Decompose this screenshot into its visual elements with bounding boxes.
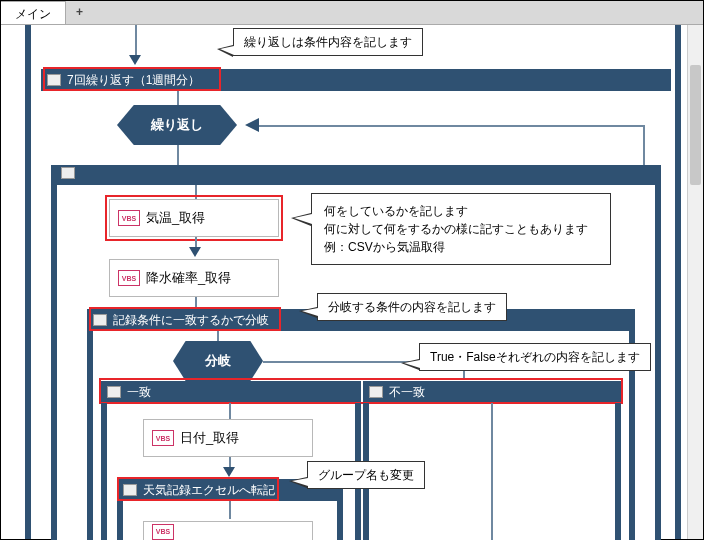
node-date[interactable]: VBS 日付_取得 xyxy=(143,419,313,457)
callout-pointer-fill xyxy=(404,360,420,368)
flow-arrow xyxy=(195,297,197,309)
group-rail-left xyxy=(117,501,123,540)
branch-diamond-label: 分岐 xyxy=(205,352,231,370)
callout-text: グループ名も変更 xyxy=(318,468,414,482)
flow-arrow xyxy=(491,403,493,540)
loop-header-label: 7回繰り返す（1週間分） xyxy=(67,72,200,89)
flow-arrow xyxy=(229,501,231,519)
callout-pointer-fill xyxy=(302,308,318,316)
callout-pointer-fill xyxy=(292,478,308,486)
callout-pointer-fill xyxy=(294,214,312,224)
branch-rail-left xyxy=(87,331,93,540)
flow-arrow xyxy=(177,145,179,165)
flow-arrow xyxy=(135,25,137,59)
loop-diamond-label: 繰り返し xyxy=(151,116,203,134)
callout-branch-condition: 分岐する条件の内容を記します xyxy=(317,293,507,321)
tab-main[interactable]: メイン xyxy=(1,1,66,24)
node-chip-icon xyxy=(93,314,107,326)
callout-text: True・Falseそれぞれの内容を記します xyxy=(430,350,640,364)
callout-line: 例：CSVから気温取得 xyxy=(324,238,598,256)
node-chip-icon xyxy=(123,484,137,496)
branch-false-label: 不一致 xyxy=(389,384,425,401)
flow-arrow xyxy=(229,403,231,419)
node-chip-icon xyxy=(369,386,383,398)
group-transfer-label: 天気記録エクセルへ転記 xyxy=(143,482,275,499)
branch-diamond[interactable]: 分岐 xyxy=(173,341,263,381)
true-rail-left xyxy=(101,403,107,540)
callout-group-name: グループ名も変更 xyxy=(307,461,425,489)
node-partial[interactable]: VBS xyxy=(143,521,313,540)
callout-line: 何をしているかを記します xyxy=(324,202,598,220)
callout-text: 繰り返しは条件内容を記します xyxy=(244,35,412,49)
node-chip-icon xyxy=(107,386,121,398)
vbs-icon: VBS xyxy=(118,210,140,226)
flow-arrow xyxy=(195,185,197,199)
vbs-icon: VBS xyxy=(152,524,174,540)
node-label: 日付_取得 xyxy=(180,429,239,447)
tab-add-button[interactable]: + xyxy=(66,1,93,24)
loop-rail-right xyxy=(675,25,681,539)
callout-action: 何をしているかを記します 何に対して何をするかの様に記すこともあります 例：CS… xyxy=(311,193,611,265)
app-frame: メイン + 繰り返しは条件内容を記します 7回繰り返す（1週間分） 繰り返し xyxy=(0,0,704,540)
branch-header-label: 記録条件に一致するかで分岐 xyxy=(113,312,269,329)
callout-branch-values: True・Falseそれぞれの内容を記します xyxy=(419,343,651,371)
node-label: 気温_取得 xyxy=(146,209,205,227)
scrollbar-thumb[interactable] xyxy=(690,65,701,185)
callout-repeat: 繰り返しは条件内容を記します xyxy=(233,28,423,56)
branch-true-bar[interactable]: 一致 xyxy=(101,381,361,403)
node-temperature[interactable]: VBS 気温_取得 xyxy=(109,199,279,237)
false-rail-right xyxy=(615,403,621,540)
vertical-scrollbar[interactable] xyxy=(687,25,703,539)
vbs-icon: VBS xyxy=(152,430,174,446)
flow-arrow-back xyxy=(253,125,643,127)
arrow-down-icon xyxy=(223,467,235,477)
node-label: 降水確率_取得 xyxy=(146,269,231,287)
branch-true-label: 一致 xyxy=(127,384,151,401)
tab-bar: メイン + xyxy=(1,1,703,25)
vbs-icon: VBS xyxy=(118,270,140,286)
branch-false-bar[interactable]: 不一致 xyxy=(363,381,621,403)
arrow-down-icon xyxy=(129,55,141,65)
callout-pointer-fill xyxy=(220,46,234,55)
node-chip-icon xyxy=(47,74,61,86)
arrow-down-icon xyxy=(189,247,201,257)
group-rail-right xyxy=(337,501,343,540)
loop-rail-left xyxy=(25,25,31,539)
node-chip-icon xyxy=(61,167,75,179)
flow-arrow xyxy=(217,331,219,341)
callout-line: 何に対して何をするかの様に記すこともあります xyxy=(324,220,598,238)
arrow-left-icon xyxy=(245,118,259,132)
node-rain[interactable]: VBS 降水確率_取得 xyxy=(109,259,279,297)
callout-text: 分岐する条件の内容を記します xyxy=(328,300,496,314)
flow-canvas: 繰り返しは条件内容を記します 7回繰り返す（1週間分） 繰り返し VB xyxy=(1,25,687,539)
flow-arrow xyxy=(177,91,179,105)
loop-header-bar[interactable]: 7回繰り返す（1週間分） xyxy=(41,69,671,91)
loop-diamond[interactable]: 繰り返し xyxy=(117,105,237,145)
